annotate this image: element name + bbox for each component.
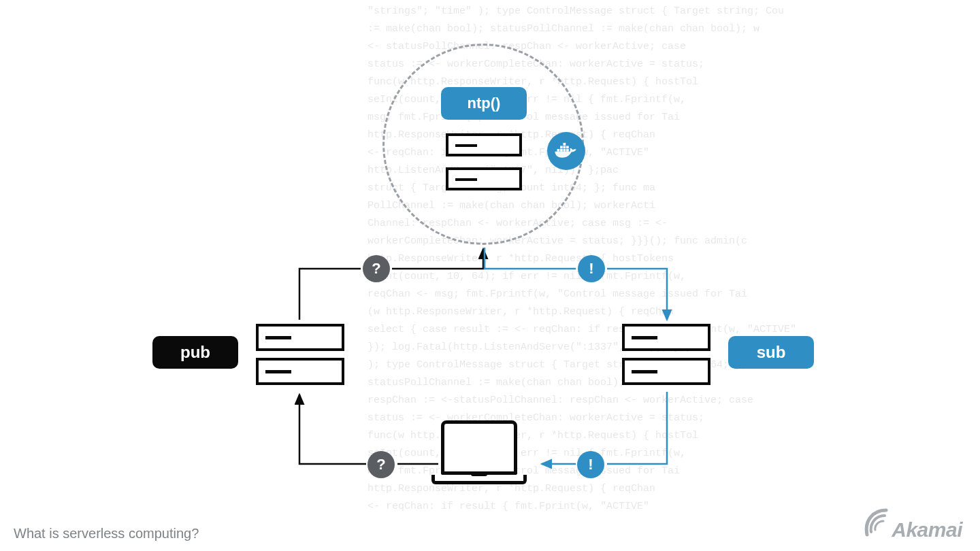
akamai-wave-icon (862, 507, 892, 537)
ntp-function-badge: ntp() (441, 87, 527, 120)
server-icon (256, 358, 344, 385)
server-icon (446, 133, 522, 156)
svg-rect-5 (564, 146, 566, 149)
exclaim-icon: ! (577, 451, 604, 478)
svg-rect-0 (557, 149, 560, 152)
pub-label: pub (152, 336, 238, 369)
question-icon: ? (363, 255, 390, 282)
server-icon (446, 167, 522, 190)
diagram-canvas: ntp() pub sub ? ! ? ! (0, 0, 980, 551)
server-icon (622, 324, 710, 351)
svg-rect-7 (564, 143, 566, 146)
svg-rect-2 (564, 149, 566, 152)
exclaim-icon: ! (578, 255, 605, 282)
svg-rect-4 (560, 146, 563, 149)
svg-rect-1 (560, 149, 563, 152)
server-icon (622, 358, 710, 385)
svg-rect-6 (566, 146, 569, 149)
laptop-icon (441, 420, 527, 484)
question-icon: ? (368, 451, 395, 478)
sub-label: sub (728, 336, 814, 369)
docker-icon (547, 132, 585, 170)
svg-rect-3 (566, 149, 569, 152)
page-caption: What is serverless computing? (14, 526, 199, 541)
brand-logo-text: Akamai (892, 518, 962, 541)
server-icon (256, 324, 344, 351)
